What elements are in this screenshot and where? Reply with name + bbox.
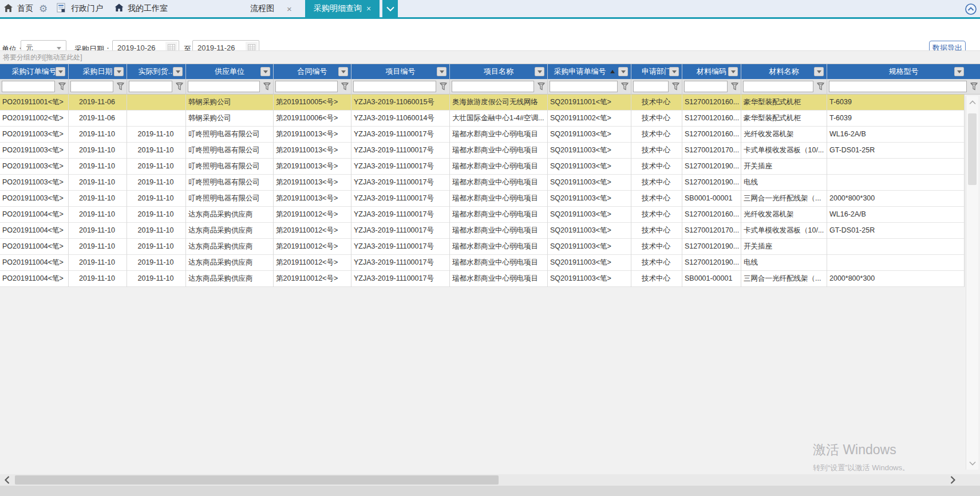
table-cell: 瑞都水郡商业中心弱电项目 [450, 127, 548, 143]
nav-item-home[interactable]: 首页 [3, 0, 33, 17]
horizontal-scrollbar[interactable] [0, 474, 980, 486]
column-filter-input[interactable] [2, 81, 55, 92]
column-filter-input[interactable] [452, 81, 534, 92]
table-row[interactable]: PO201911003<笔>2019-11-102019-11-10叮咚照明电器… [0, 159, 965, 175]
filter-icon[interactable] [176, 82, 183, 93]
column-filter-input[interactable] [550, 81, 618, 92]
close-icon[interactable]: × [366, 4, 371, 13]
column-filter-input[interactable] [275, 81, 338, 92]
table-cell: 2019-11-10 [127, 127, 186, 143]
column-filter-input[interactable] [353, 81, 436, 92]
column-menu-button[interactable] [260, 67, 270, 76]
column-header-label: 材料编码 [697, 66, 726, 77]
scroll-up-icon[interactable] [966, 96, 979, 109]
column-menu-button[interactable] [954, 67, 964, 76]
filter-icon[interactable] [817, 82, 824, 93]
column-filter-input[interactable] [684, 81, 728, 92]
table-row[interactable]: PO201911001<笔>2019-11-06韩钢采购公司第201911000… [0, 95, 965, 111]
column-header[interactable]: 材料编码 [682, 64, 741, 79]
column-menu-button[interactable] [338, 67, 348, 76]
vertical-scroll-thumb[interactable] [968, 113, 977, 185]
nav-item-portal[interactable]: 行政门户 [57, 0, 103, 17]
table-cell: S12700120190... [682, 255, 741, 271]
table-cell: 2019-11-10 [69, 175, 127, 191]
column-filter-input[interactable] [743, 81, 813, 92]
table-row[interactable]: PO201911004<笔>2019-11-102019-11-10达东商品采购… [0, 271, 965, 287]
table-cell: SQ201911003<笔> [548, 255, 631, 271]
nav-home-label: 首页 [17, 3, 33, 14]
filter-icon[interactable] [538, 82, 545, 93]
column-filter-input[interactable] [129, 81, 172, 92]
column-menu-button[interactable] [728, 67, 738, 76]
column-header[interactable]: 供应单位 [186, 64, 274, 79]
filter-icon[interactable] [731, 82, 738, 93]
column-menu-button[interactable] [535, 67, 544, 76]
filter-icon[interactable] [341, 82, 349, 93]
filter-icon[interactable] [672, 82, 679, 93]
table-cell: 叮咚照明电器有限公司 [186, 127, 274, 143]
table-cell: SQ201911003<笔> [548, 207, 631, 223]
column-menu-button[interactable] [814, 67, 824, 76]
column-header[interactable]: 实际到货... [127, 64, 186, 79]
close-icon[interactable]: × [287, 4, 292, 14]
table-row[interactable]: PO201911003<笔>2019-11-102019-11-10叮咚照明电器… [0, 143, 965, 159]
table-row[interactable]: PO201911003<笔>2019-11-102019-11-10叮咚照明电器… [0, 175, 965, 191]
column-header[interactable]: 采购订单编号 [0, 64, 69, 79]
column-menu-button[interactable] [618, 67, 628, 76]
filter-icon[interactable] [117, 82, 124, 93]
table-row[interactable]: PO201911003<笔>2019-11-102019-11-10叮咚照明电器… [0, 191, 965, 207]
filter-icon[interactable] [263, 82, 271, 93]
table-cell: 第2019110013<号> [274, 143, 351, 159]
table-row[interactable]: PO201911004<笔>2019-11-102019-11-10达东商品采购… [0, 223, 965, 239]
column-menu-button[interactable] [114, 67, 124, 76]
table-row[interactable]: PO201911003<笔>2019-11-102019-11-10叮咚照明电器… [0, 127, 965, 143]
tab-list-dropdown-button[interactable] [382, 0, 398, 17]
column-menu-button[interactable] [437, 67, 446, 76]
table-row[interactable]: PO201911002<笔>2019-11-06韩钢采购公司第201911000… [0, 111, 965, 127]
filter-icon[interactable] [970, 82, 978, 93]
table-cell: 2019-11-10 [127, 207, 186, 223]
column-header[interactable]: 合同编号 [274, 64, 351, 79]
column-header[interactable]: 材料名称 [741, 64, 827, 79]
vertical-scrollbar[interactable] [966, 96, 978, 470]
scroll-left-icon[interactable] [0, 474, 14, 486]
table-cell: SQ201911003<笔> [548, 159, 631, 175]
nav-portal-label: 行政门户 [71, 3, 103, 14]
tab-flow-chart[interactable]: 流程图 × [250, 0, 292, 17]
filter-icon[interactable] [440, 82, 447, 93]
chevron-down-icon [957, 70, 962, 73]
tab-purchase-detail-query[interactable]: 采购明细查询 × [305, 0, 380, 17]
table-cell: 2019-11-10 [127, 239, 186, 255]
column-header[interactable]: 项目名称 [450, 64, 548, 79]
column-filter-input[interactable] [829, 81, 967, 92]
group-drop-zone[interactable]: 将要分组的列[拖动至此处] [0, 50, 980, 64]
gear-icon[interactable]: ⚙ [39, 0, 48, 17]
column-filter-input[interactable] [188, 81, 260, 92]
table-cell: 2019-11-10 [69, 207, 127, 223]
column-header[interactable]: 规格型号 [827, 64, 980, 79]
filter-icon[interactable] [621, 82, 629, 93]
column-header[interactable]: 项目编号 [351, 64, 450, 79]
column-filter-input[interactable] [70, 81, 113, 92]
column-filter-cell [548, 79, 631, 95]
column-menu-button[interactable] [56, 67, 65, 76]
column-header[interactable]: 申请部门 [631, 64, 682, 79]
column-filter-input[interactable] [633, 81, 669, 92]
scroll-down-icon[interactable] [966, 457, 979, 470]
nav-item-workspace[interactable]: 我的工作室 [114, 0, 168, 17]
collapse-up-icon[interactable] [965, 3, 977, 15]
table-row[interactable]: PO201911004<笔>2019-11-102019-11-10达东商品采购… [0, 207, 965, 223]
column-menu-button[interactable] [173, 67, 183, 76]
table-cell: SQ201911003<笔> [548, 143, 631, 159]
column-menu-button[interactable] [669, 67, 679, 76]
scroll-right-icon[interactable] [946, 474, 959, 486]
column-header[interactable]: 采购申请单编号 [548, 64, 631, 79]
table-row[interactable]: PO201911004<笔>2019-11-102019-11-10达东商品采购… [0, 255, 965, 271]
table-row[interactable]: PO201911004<笔>2019-11-102019-11-10达东商品采购… [0, 239, 965, 255]
column-header[interactable]: 采购日期 [69, 64, 127, 79]
filter-icon[interactable] [58, 82, 66, 93]
table-cell: YZJA3-2019-11100017号 [351, 239, 450, 255]
table-cell: PO201911001<笔> [0, 95, 69, 111]
horizontal-scroll-thumb[interactable] [15, 475, 499, 485]
table-cell: S12700120190... [682, 239, 741, 255]
